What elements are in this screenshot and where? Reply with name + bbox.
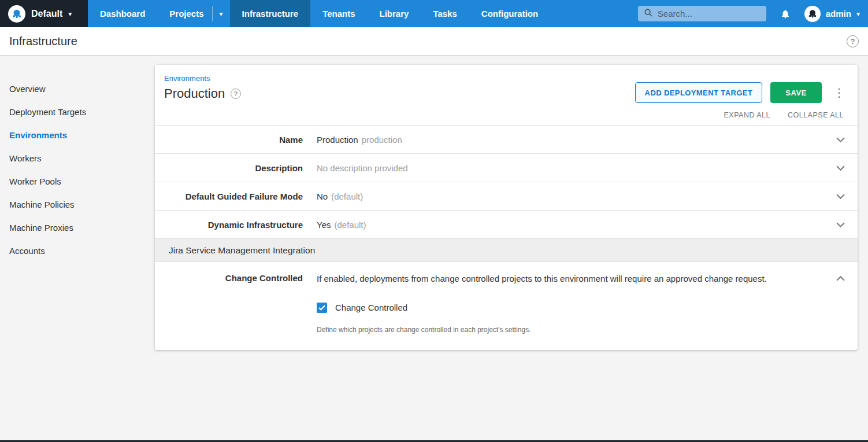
chevron-down-icon[interactable] [836, 165, 845, 171]
change-controlled-checkbox-row[interactable]: Change Controlled [317, 303, 836, 313]
sidebar-item-deployment-targets[interactable]: Deployment Targets [0, 101, 155, 124]
change-controlled-body: If enabled, deployments from change cont… [317, 272, 836, 334]
nav-item-library[interactable]: Library [368, 0, 421, 27]
nav-item-tenants[interactable]: Tenants [310, 0, 367, 27]
section-header-jira: Jira Service Management Integration [155, 238, 858, 261]
environment-help-icon[interactable]: ? [231, 89, 241, 99]
page-title-bar: Infrastructure ? [0, 27, 868, 56]
chevron-down-icon[interactable] [836, 222, 845, 227]
space-caret-down-icon: ▾ [68, 10, 72, 17]
projects-dropdown-caret[interactable]: ▾ [213, 0, 230, 27]
user-avatar [804, 6, 821, 22]
environment-card: Environments Production ? ADD DEPLOYMENT… [155, 65, 858, 350]
chevron-up-icon[interactable] [836, 276, 845, 281]
search-input[interactable] [658, 9, 773, 19]
space-name: Default [31, 9, 62, 19]
sidebar-item-machine-proxies[interactable]: Machine Proxies [0, 216, 155, 240]
header-actions: ADD DEPLOYMENT TARGET SAVE ⋮ [635, 82, 848, 103]
chevron-down-icon[interactable] [836, 137, 845, 142]
sidebar-item-accounts[interactable]: Accounts [0, 240, 155, 263]
setting-label: Change Controlled [155, 272, 303, 283]
nav-items: Dashboard Projects ▾ Infrastructure Tena… [88, 0, 550, 27]
nav-item-dashboard[interactable]: Dashboard [88, 0, 157, 27]
change-controlled-checkbox[interactable] [317, 303, 327, 313]
nav-item-projects[interactable]: Projects [157, 0, 212, 27]
search-icon [644, 8, 653, 20]
octopus-logo-icon [8, 5, 25, 23]
setting-label: Name [155, 135, 303, 145]
user-name: admin [826, 9, 851, 19]
page-title: Infrastructure [9, 35, 77, 48]
environment-title: Production [164, 86, 225, 101]
setting-row-name[interactable]: Name Productionproduction [155, 125, 858, 153]
content-area: Overview Deployment Targets Environments… [0, 56, 868, 442]
sidebar-item-machine-policies[interactable]: Machine Policies [0, 193, 155, 216]
setting-value: Yes(default) [317, 220, 366, 230]
overflow-menu-icon[interactable]: ⋮ [830, 86, 848, 100]
global-search [638, 6, 766, 21]
infrastructure-sidebar: Overview Deployment Targets Environments… [0, 56, 155, 263]
change-controlled-checkbox-label[interactable]: Change Controlled [335, 303, 407, 312]
setting-label: Dynamic Infrastructure [155, 220, 303, 230]
card-header: Environments Production ? ADD DEPLOYMENT… [155, 65, 858, 105]
chevron-down-icon[interactable] [836, 194, 845, 199]
space-switcher[interactable]: Default ▾ [0, 0, 88, 27]
setting-label: Default Guided Failure Mode [155, 191, 303, 201]
setting-row-change-controlled[interactable]: Change Controlled If enabled, deployment… [155, 261, 858, 350]
save-button[interactable]: SAVE [770, 82, 822, 103]
change-controlled-note: Define which projects are change control… [317, 326, 836, 334]
expand-collapse-bar: EXPAND ALL COLLAPSE ALL [155, 105, 858, 125]
topbar-right: admin ▾ [638, 0, 868, 27]
sidebar-item-workers[interactable]: Workers [0, 147, 155, 170]
breadcrumb-environments[interactable]: Environments [164, 74, 241, 83]
top-navigation-bar: Default ▾ Dashboard Projects ▾ Infrastru… [0, 0, 868, 27]
setting-value: No description provided [317, 163, 408, 173]
expand-all-button[interactable]: EXPAND ALL [724, 111, 770, 119]
add-deployment-target-button[interactable]: ADD DEPLOYMENT TARGET [635, 82, 763, 103]
caret-down-icon: ▾ [220, 10, 223, 17]
user-menu[interactable]: admin ▾ [804, 6, 860, 22]
octopus-deploy-app: Default ▾ Dashboard Projects ▾ Infrastru… [0, 0, 868, 442]
setting-row-dynamic-infrastructure[interactable]: Dynamic Infrastructure Yes(default) [155, 210, 858, 238]
notifications-bell-icon[interactable] [777, 8, 794, 20]
change-controlled-description: If enabled, deployments from change cont… [317, 272, 779, 285]
setting-value: No(default) [317, 191, 363, 201]
page-help-icon[interactable]: ? [847, 35, 859, 47]
user-caret-down-icon: ▾ [856, 10, 860, 17]
setting-row-description[interactable]: Description No description provided [155, 153, 858, 182]
sidebar-item-environments[interactable]: Environments [0, 124, 155, 147]
nav-item-configuration[interactable]: Configuration [469, 0, 550, 27]
sidebar-item-worker-pools[interactable]: Worker Pools [0, 170, 155, 193]
nav-item-tasks[interactable]: Tasks [421, 0, 469, 27]
setting-label: Description [155, 163, 303, 173]
sidebar-item-overview[interactable]: Overview [0, 78, 155, 101]
setting-row-guided-failure[interactable]: Default Guided Failure Mode No(default) [155, 182, 858, 210]
card-header-left: Environments Production ? [164, 74, 241, 101]
nav-item-infrastructure[interactable]: Infrastructure [230, 0, 311, 27]
collapse-all-button[interactable]: COLLAPSE ALL [788, 111, 844, 119]
setting-value: Productionproduction [317, 135, 402, 145]
